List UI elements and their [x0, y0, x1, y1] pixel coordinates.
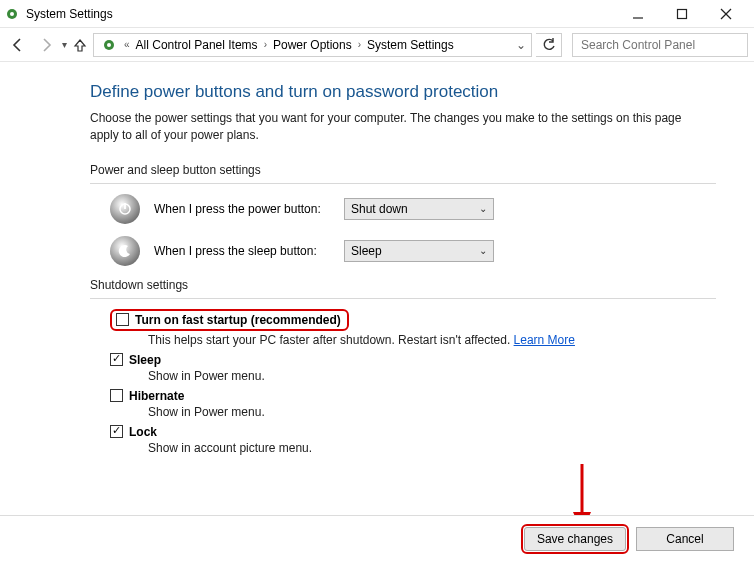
- section-label: Power and sleep button settings: [90, 163, 716, 177]
- lock-option: Lock Show in account picture menu.: [110, 425, 716, 455]
- sleep-checkbox[interactable]: [110, 353, 123, 366]
- chevron-right-icon: «: [122, 39, 132, 50]
- hibernate-checkbox[interactable]: [110, 389, 123, 402]
- chevron-down-icon: ⌄: [479, 245, 487, 256]
- cancel-button[interactable]: Cancel: [636, 527, 734, 551]
- window-controls: [616, 0, 748, 28]
- page-heading: Define power buttons and turn on passwor…: [90, 82, 716, 102]
- sleep-button-dropdown[interactable]: Sleep ⌄: [344, 240, 494, 262]
- option-desc: Show in Power menu.: [148, 405, 716, 419]
- chevron-right-icon: ›: [356, 39, 363, 50]
- breadcrumb-item[interactable]: All Control Panel Items: [132, 38, 262, 52]
- page-description: Choose the power settings that you want …: [90, 110, 710, 145]
- app-icon: [4, 6, 20, 22]
- chevron-right-icon: ›: [262, 39, 269, 50]
- sleep-button-label: When I press the sleep button:: [154, 244, 344, 258]
- window-title: System Settings: [26, 7, 113, 21]
- power-button-label: When I press the power button:: [154, 202, 344, 216]
- power-icon: [110, 194, 140, 224]
- option-title: Sleep: [129, 353, 161, 367]
- sleep-option: Sleep Show in Power menu.: [110, 353, 716, 383]
- search-input[interactable]: [579, 37, 741, 53]
- svg-rect-3: [678, 9, 687, 18]
- maximize-button[interactable]: [660, 0, 704, 28]
- fast-startup-option: Turn on fast startup (recommended) This …: [110, 309, 716, 347]
- close-button[interactable]: [704, 0, 748, 28]
- option-desc: This helps start your PC faster after sh…: [148, 333, 716, 347]
- learn-more-link[interactable]: Learn More: [514, 333, 575, 347]
- power-button-row: When I press the power button: Shut down…: [110, 194, 716, 224]
- option-title: Lock: [129, 425, 157, 439]
- power-button-dropdown[interactable]: Shut down ⌄: [344, 198, 494, 220]
- option-desc: Show in account picture menu.: [148, 441, 716, 455]
- sleep-button-row: When I press the sleep button: Sleep ⌄: [110, 236, 716, 266]
- hibernate-option: Hibernate Show in Power menu.: [110, 389, 716, 419]
- breadcrumb[interactable]: « All Control Panel Items › Power Option…: [93, 33, 532, 57]
- search-box[interactable]: [572, 33, 748, 57]
- section-label: Shutdown settings: [90, 278, 716, 292]
- refresh-button[interactable]: [536, 33, 562, 57]
- up-button[interactable]: [71, 33, 89, 57]
- minimize-button[interactable]: [616, 0, 660, 28]
- save-changes-button[interactable]: Save changes: [524, 527, 626, 551]
- history-dropdown-icon[interactable]: ▾: [62, 39, 67, 50]
- content-area: Define power buttons and turn on passwor…: [0, 62, 754, 455]
- control-panel-icon: [100, 36, 118, 54]
- fast-startup-checkbox[interactable]: [116, 313, 129, 326]
- annotation-highlight: Turn on fast startup (recommended): [110, 309, 349, 331]
- svg-point-1: [10, 12, 14, 16]
- breadcrumb-item[interactable]: Power Options: [269, 38, 356, 52]
- chevron-down-icon: ⌄: [479, 203, 487, 214]
- divider: [90, 183, 716, 184]
- breadcrumb-dropdown-icon[interactable]: ⌄: [513, 38, 529, 52]
- forward-button[interactable]: [34, 33, 58, 57]
- option-title: Turn on fast startup (recommended): [135, 313, 341, 327]
- option-title: Hibernate: [129, 389, 184, 403]
- breadcrumb-item[interactable]: System Settings: [363, 38, 458, 52]
- option-desc: Show in Power menu.: [148, 369, 716, 383]
- dropdown-value: Sleep: [351, 244, 382, 258]
- back-button[interactable]: [6, 33, 30, 57]
- bottom-bar: Save changes Cancel: [0, 515, 754, 561]
- dropdown-value: Shut down: [351, 202, 408, 216]
- lock-checkbox[interactable]: [110, 425, 123, 438]
- sleep-icon: [110, 236, 140, 266]
- svg-point-7: [107, 43, 111, 47]
- divider: [90, 298, 716, 299]
- navbar: ▾ « All Control Panel Items › Power Opti…: [0, 28, 754, 62]
- titlebar: System Settings: [0, 0, 754, 28]
